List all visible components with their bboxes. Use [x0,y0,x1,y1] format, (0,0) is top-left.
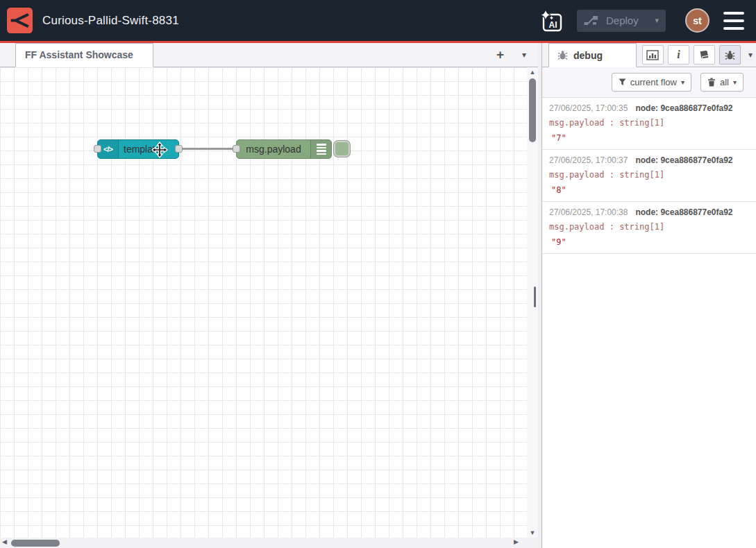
debug-message[interactable]: 27/06/2025, 17:00:35node: 9cea886877e0fa… [542,98,756,150]
flow-canvas[interactable]: </> template msg.payload ▲ ▼ ◀ ▶ [0,67,538,548]
debug-messages-button[interactable] [719,45,741,65]
header: Curious-Pallid-Swift-8831 AI Deploy ▾ st [0,0,756,43]
flow-tab[interactable]: FF Assistant Showcase [15,43,153,67]
flow-tabbar: FF Assistant Showcase + ▾ [0,43,538,67]
node-label: template [124,140,161,158]
info-button[interactable]: i [668,45,689,65]
clear-messages-dropdown[interactable]: all ▾ [700,73,744,92]
debug-output-icon [310,140,331,158]
sidebar-header: debug i [542,43,756,67]
bug-icon [557,50,568,60]
input-port[interactable] [94,145,101,153]
vertical-scrollbar[interactable]: ▲ ▼ [527,67,538,538]
message-timestamp: 27/06/2025, 17:00:37 [549,155,628,165]
vertical-scroll-thumb[interactable] [529,78,536,142]
tab-debug-label: debug [573,50,603,61]
message-value: "8" [549,185,749,196]
debug-enable-toggle[interactable] [334,141,350,157]
message-node-id: node: 9cea886877e0fa92 [635,103,732,113]
scroll-down-icon[interactable]: ▼ [527,529,538,536]
node-label: msg.payload [237,140,310,158]
scroll-right-icon[interactable]: ▶ [514,538,519,545]
bug-icon [725,50,735,60]
info-icon: i [677,49,680,61]
wire[interactable] [178,148,237,150]
splitter-handle[interactable] [534,286,536,307]
caret-down-icon: ▾ [733,78,737,86]
flow-list-caret-icon[interactable]: ▾ [519,43,529,67]
message-path: msg.payload : string[1] [549,118,749,128]
horizontal-scrollbar[interactable]: ◀ ▶ [0,538,538,548]
debug-message[interactable]: 27/06/2025, 17:00:37node: 9cea886877e0fa… [542,150,756,202]
book-icon [698,49,711,62]
main-menu-button[interactable] [723,12,744,30]
horizontal-scroll-thumb[interactable] [11,540,60,547]
deploy-button[interactable]: Deploy ▾ [577,10,666,32]
caret-down-icon: ▾ [681,78,684,86]
scroll-up-icon[interactable]: ▲ [527,69,538,76]
message-meta: 27/06/2025, 17:00:37node: 9cea886877e0fa… [549,155,749,166]
output-port[interactable] [175,145,183,153]
debug-message[interactable]: 27/06/2025, 17:00:38node: 9cea886877e0fa… [542,202,756,254]
deploy-options-caret-icon[interactable]: ▾ [655,16,659,25]
input-port[interactable] [233,145,240,153]
user-avatar[interactable]: st [685,8,709,33]
sidebar-tabs-caret-icon[interactable]: ▾ [748,50,753,60]
trash-icon [707,78,716,87]
filter-funnel-icon [619,78,626,86]
message-value: "9" [549,237,749,248]
ai-label: AI [549,20,557,30]
menu-bar-icon [723,12,744,15]
page-title: Curious-Pallid-Swift-8831 [42,14,179,28]
dashboard-chart-button[interactable] [642,45,664,65]
bar-chart-icon [646,50,659,60]
node-template[interactable]: </> template [97,139,179,159]
deploy-icon [583,14,600,28]
tab-debug[interactable]: debug [548,43,637,67]
deploy-label: Deploy [606,15,639,26]
filter-dropdown[interactable]: current flow ▾ [612,73,691,92]
clear-scope-label: all [720,77,729,87]
filter-label: current flow [630,77,677,87]
message-meta: 27/06/2025, 17:00:35node: 9cea886877e0fa… [549,103,749,114]
message-value: "7" [549,133,749,144]
message-node-id: node: 9cea886877e0fa92 [635,155,732,165]
scroll-left-icon[interactable]: ◀ [2,538,7,545]
help-button[interactable] [694,45,715,65]
message-path: msg.payload : string[1] [549,222,749,232]
ai-assistant-button[interactable]: AI [538,8,564,34]
message-meta: 27/06/2025, 17:00:38node: 9cea886877e0fa… [549,207,749,218]
message-timestamp: 27/06/2025, 17:00:38 [549,207,628,217]
flowfuse-logo-icon [7,8,33,33]
message-timestamp: 27/06/2025, 17:00:35 [549,103,628,113]
message-node-id: node: 9cea886877e0fa92 [635,207,732,217]
add-flow-button[interactable]: + [494,43,507,67]
node-debug[interactable]: msg.payload [236,139,332,159]
workspace-pane: FF Assistant Showcase + ▾ </> template m… [0,43,538,548]
sidebar-toolbar: i ▾ [642,45,753,65]
message-path: msg.payload : string[1] [549,170,749,180]
debug-sidebar: debug i [541,43,756,548]
debug-filter-row: current flow ▾ all ▾ [542,67,756,97]
menu-bar-icon [723,19,744,22]
debug-message-list[interactable]: 27/06/2025, 17:00:35node: 9cea886877e0fa… [542,97,756,254]
menu-bar-icon [723,27,744,30]
